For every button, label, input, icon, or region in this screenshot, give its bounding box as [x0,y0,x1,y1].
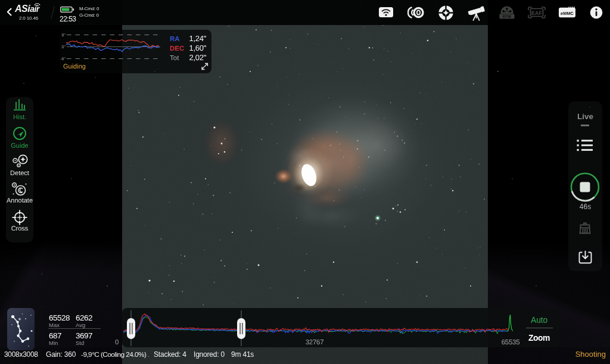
svg-text:8": 8" [62,33,66,38]
svg-text:0: 0 [115,339,119,346]
svg-text:DEC: DEC [170,45,184,52]
svg-text:Annotate: Annotate [7,197,33,204]
svg-text:0": 0" [62,45,66,49]
svg-text:2,02": 2,02" [189,53,207,62]
svg-text:1,24": 1,24" [189,34,207,43]
svg-text:Tot: Tot [170,55,179,62]
svg-text:Guiding: Guiding [63,63,86,70]
svg-text:32767: 32767 [306,339,323,346]
svg-text:Guide: Guide [11,142,28,150]
svg-text:EFW: EFW [503,15,512,19]
svg-text:EAF: EAF [531,10,543,16]
svg-text:Detect: Detect [10,170,29,177]
svg-text:65535: 65535 [502,339,519,346]
svg-text:Hist.: Hist. [13,114,26,121]
svg-text:-8": -8" [60,57,66,61]
svg-text:Cross: Cross [11,225,29,232]
svg-text:eMMC: eMMC [561,11,574,16]
svg-text:1,60": 1,60" [189,43,207,52]
svg-text:RA: RA [170,36,180,43]
